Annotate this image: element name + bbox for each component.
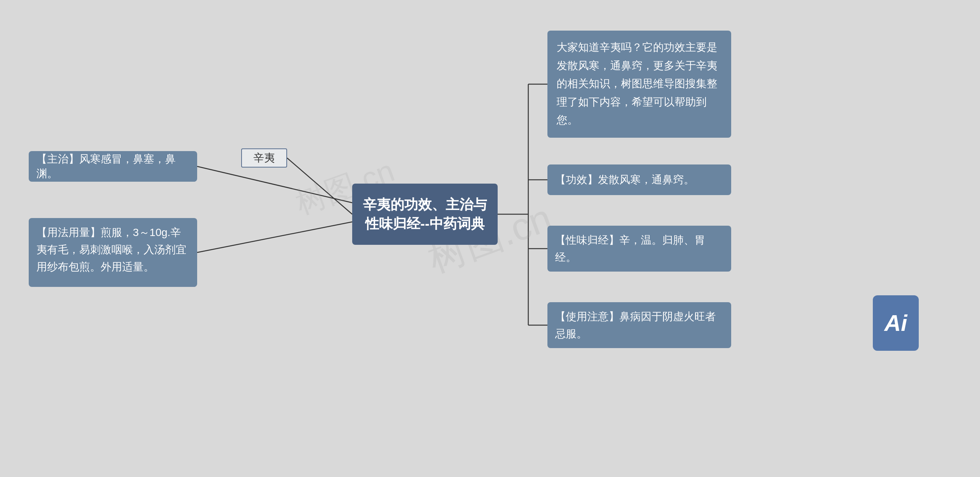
svg-line-1	[197, 166, 352, 203]
xinyi-label-text: 辛夷	[253, 151, 275, 165]
shiyong-text: 【使用注意】鼻病因于阴虚火旺者忌服。	[555, 308, 724, 343]
xinyi-label-node: 辛夷	[241, 148, 287, 168]
zhuzhi-node: 【主治】风寒感冒，鼻塞，鼻渊。	[29, 151, 197, 182]
svg-line-2	[197, 222, 352, 252]
gongxiao-text: 【功效】发散风寒，通鼻窍。	[555, 173, 694, 187]
zhuzhi-text: 【主治】风寒感冒，鼻塞，鼻渊。	[36, 152, 189, 181]
xingwei-text: 【性味归经】辛，温。归肺、胃经。	[555, 232, 724, 266]
intro-node: 大家知道辛夷吗？它的功效主要是发散风寒，通鼻窍，更多关于辛夷的相关知识，树图思维…	[547, 31, 731, 138]
mind-map-container: 辛夷的功效、主治与性味归经--中药词典 辛夷 【主治】风寒感冒，鼻塞，鼻渊。 【…	[0, 0, 980, 477]
yongfa-text: 【用法用量】煎服，3～10g.辛夷有毛，易刺激咽喉，入汤剂宜用纱布包煎。外用适量…	[36, 224, 189, 275]
ai-label: Ai	[884, 310, 907, 336]
center-node-label: 辛夷的功效、主治与性味归经--中药词典	[358, 195, 492, 234]
shiyong-node: 【使用注意】鼻病因于阴虚火旺者忌服。	[547, 302, 731, 348]
xingwei-node: 【性味归经】辛，温。归肺、胃经。	[547, 226, 731, 272]
svg-line-0	[287, 158, 352, 214]
intro-text: 大家知道辛夷吗？它的功效主要是发散风寒，通鼻窍，更多关于辛夷的相关知识，树图思维…	[557, 38, 722, 129]
gongxiao-node: 【功效】发散风寒，通鼻窍。	[547, 164, 731, 195]
center-node: 辛夷的功效、主治与性味归经--中药词典	[352, 184, 498, 245]
ai-badge: Ai	[873, 295, 919, 351]
yongfa-node: 【用法用量】煎服，3～10g.辛夷有毛，易刺激咽喉，入汤剂宜用纱布包煎。外用适量…	[29, 218, 197, 287]
